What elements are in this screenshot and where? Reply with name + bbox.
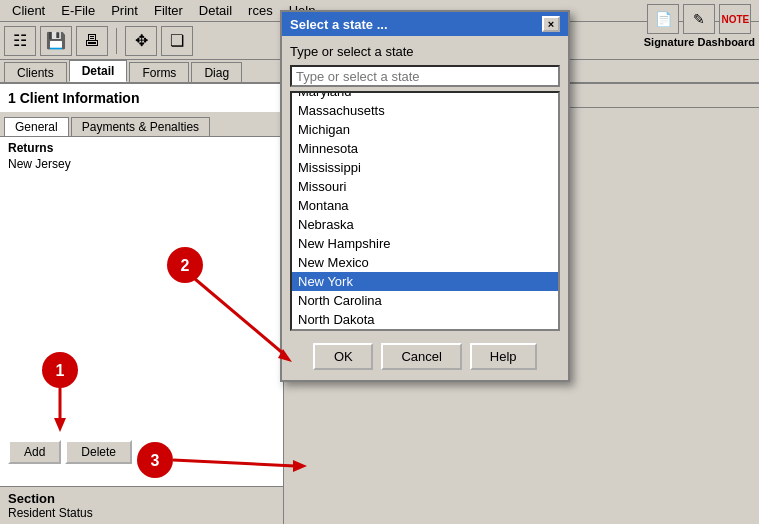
delete-button[interactable]: Delete [65, 440, 132, 464]
action-buttons: Add Delete [8, 440, 132, 464]
tab-clients[interactable]: Clients [4, 62, 67, 82]
sub-tab-payments[interactable]: Payments & Penalties [71, 117, 210, 136]
help-button[interactable]: Help [470, 343, 537, 370]
tab-detail[interactable]: Detail [69, 60, 128, 82]
grid-icon-button[interactable]: ☷ [4, 26, 36, 56]
tab-forms[interactable]: Forms [129, 62, 189, 82]
state-list-item[interactable]: Mississippi [292, 158, 558, 177]
split-icon-button[interactable]: ❏ [161, 26, 193, 56]
state-list-item[interactable]: Maryland [292, 91, 558, 101]
menu-detail[interactable]: Detail [191, 1, 240, 20]
dialog-body: Type or select a state MaineMarylandMass… [282, 36, 568, 380]
move-icon: ✥ [135, 31, 148, 50]
signature-dashboard: 📄 ✎ NOTE Signature Dashboard [644, 4, 755, 48]
grid-icon: ☷ [13, 31, 27, 50]
main-window: Client E-File Print Filter Detail rces H… [0, 0, 759, 524]
signature-dashboard-label: Signature Dashboard [644, 36, 755, 48]
note-icon: NOTE [721, 14, 749, 25]
state-list-item[interactable]: Nebraska [292, 215, 558, 234]
dialog-label: Type or select a state [290, 44, 560, 59]
state-list-item[interactable]: New Hampshire [292, 234, 558, 253]
menu-efile[interactable]: E-File [53, 1, 103, 20]
returns-value: New Jersey [0, 157, 283, 179]
print-icon: 🖶 [84, 32, 100, 50]
state-list-item[interactable]: Massachusetts [292, 101, 558, 120]
tab-diag[interactable]: Diag [191, 62, 242, 82]
move-icon-button[interactable]: ✥ [125, 26, 157, 56]
state-list-item[interactable]: Montana [292, 196, 558, 215]
state-list[interactable]: MaineMarylandMassachusettsMichiganMinnes… [290, 91, 560, 331]
section-footer: Section Resident Status [0, 486, 283, 524]
print-icon-button[interactable]: 🖶 [76, 26, 108, 56]
menu-client[interactable]: Client [4, 1, 53, 20]
state-list-item[interactable]: Minnesota [292, 139, 558, 158]
sig-btn-1[interactable]: 📄 [647, 4, 679, 34]
state-list-item[interactable]: Michigan [292, 120, 558, 139]
section-title: 1 Client Information [0, 84, 283, 113]
state-list-item[interactable]: North Dakota [292, 310, 558, 329]
save-icon: 💾 [46, 31, 66, 50]
split-icon: ❏ [170, 31, 184, 50]
dialog-close-button[interactable]: × [542, 16, 560, 32]
toolbar-separator [116, 28, 117, 54]
state-list-item[interactable]: New York [292, 272, 558, 291]
sig-btn-3[interactable]: NOTE [719, 4, 751, 34]
menu-print[interactable]: Print [103, 1, 146, 20]
select-state-dialog: Select a state ... × Type or select a st… [280, 10, 570, 382]
section-footer-subtitle: Resident Status [8, 506, 275, 520]
state-list-item[interactable]: North Carolina [292, 291, 558, 310]
returns-label: Returns [0, 137, 283, 157]
state-list-item[interactable]: Missouri [292, 177, 558, 196]
menu-filter[interactable]: Filter [146, 1, 191, 20]
sub-tab-general[interactable]: General [4, 117, 69, 136]
sub-tab-bar: General Payments & Penalties [0, 113, 283, 137]
state-list-item[interactable]: New Mexico [292, 253, 558, 272]
menu-rces[interactable]: rces [240, 1, 281, 20]
sig-btn-2[interactable]: ✎ [683, 4, 715, 34]
pen-icon: ✎ [693, 11, 705, 27]
dialog-button-row: OK Cancel Help [290, 339, 560, 372]
save-icon-button[interactable]: 💾 [40, 26, 72, 56]
ok-button[interactable]: OK [313, 343, 373, 370]
dialog-titlebar: Select a state ... × [282, 12, 568, 36]
left-panel: 1 Client Information General Payments & … [0, 84, 284, 524]
dialog-title: Select a state ... [290, 17, 388, 32]
cancel-button[interactable]: Cancel [381, 343, 461, 370]
signature-icon: 📄 [655, 11, 672, 27]
state-search-input[interactable] [290, 65, 560, 87]
section-footer-title: Section [8, 491, 275, 506]
add-button[interactable]: Add [8, 440, 61, 464]
